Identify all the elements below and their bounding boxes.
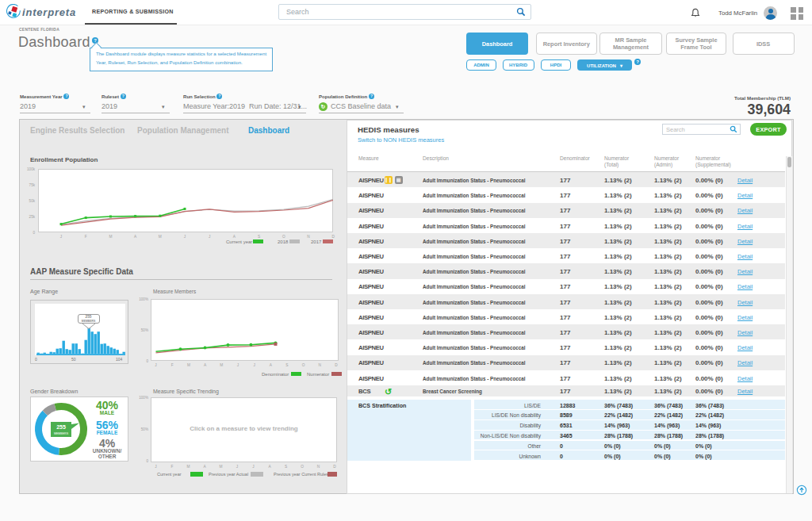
svg-text:255: 255 — [56, 424, 66, 430]
svg-text:MEMBERS: MEMBERS — [54, 432, 69, 435]
